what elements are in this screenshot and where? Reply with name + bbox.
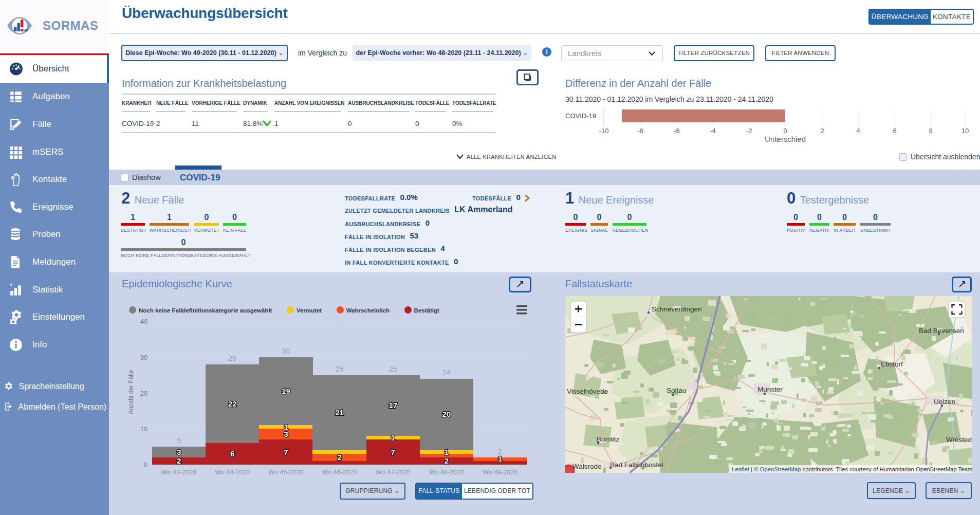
svg-text:19: 19 xyxy=(282,387,290,395)
svg-text:Bad Fallingbostel: Bad Fallingbostel xyxy=(610,461,663,469)
svg-text:21: 21 xyxy=(335,408,344,417)
svg-text:5: 5 xyxy=(177,436,181,445)
svg-text:Wrestedt: Wrestedt xyxy=(946,436,972,444)
svg-text:Uelzen: Uelzen xyxy=(934,398,955,406)
svg-text:2: 2 xyxy=(177,456,181,465)
svg-text:0: 0 xyxy=(783,127,787,135)
svg-text:Wo 44-2020: Wo 44-2020 xyxy=(215,469,250,476)
svg-text:7: 7 xyxy=(391,448,395,456)
svg-text:3: 3 xyxy=(284,430,288,438)
svg-text:2: 2 xyxy=(337,453,341,462)
svg-text:25: 25 xyxy=(389,365,397,373)
svg-text:7: 7 xyxy=(284,448,288,456)
svg-text:Leaflet | © OpenStreetMap cont: Leaflet | © OpenStreetMap contributors. … xyxy=(732,466,972,472)
svg-text:Soltau: Soltau xyxy=(667,387,686,394)
svg-text:Wo 48-2020: Wo 48-2020 xyxy=(429,469,464,476)
svg-text:Wo 47-2020: Wo 47-2020 xyxy=(376,469,411,476)
svg-text:30: 30 xyxy=(282,347,290,355)
svg-text:1: 1 xyxy=(391,433,395,442)
svg-text:4: 4 xyxy=(856,127,860,135)
svg-text:Wo 45-2020: Wo 45-2020 xyxy=(268,469,303,476)
svg-text:-2: -2 xyxy=(746,127,752,135)
svg-text:2: 2 xyxy=(820,127,824,135)
svg-text:10: 10 xyxy=(140,426,147,433)
svg-text:6: 6 xyxy=(893,127,896,135)
svg-text:22: 22 xyxy=(228,399,237,408)
svg-text:1: 1 xyxy=(445,448,449,456)
svg-text:-6: -6 xyxy=(674,127,680,135)
svg-text:10: 10 xyxy=(961,127,969,135)
svg-text:Wo 43-2020: Wo 43-2020 xyxy=(161,469,196,476)
svg-text:Wo 49-2020: Wo 49-2020 xyxy=(483,469,517,476)
svg-text:30: 30 xyxy=(140,354,147,361)
svg-text:Anzahl der Fälle: Anzahl der Fälle xyxy=(127,370,135,414)
svg-text:Munster: Munster xyxy=(757,385,783,393)
svg-text:-8: -8 xyxy=(637,127,643,135)
svg-text:6: 6 xyxy=(230,449,234,458)
svg-text:Walsrode: Walsrode xyxy=(572,463,602,470)
svg-text:17: 17 xyxy=(389,401,397,410)
svg-text:24: 24 xyxy=(442,369,451,377)
svg-text:25: 25 xyxy=(336,365,344,373)
svg-text:Unterschied: Unterschied xyxy=(765,135,806,143)
svg-text:-10: -10 xyxy=(599,127,609,135)
svg-text:40: 40 xyxy=(140,318,147,325)
svg-text:0: 0 xyxy=(144,462,147,469)
svg-text:2: 2 xyxy=(445,456,449,465)
svg-text:20: 20 xyxy=(140,390,147,397)
svg-text:20: 20 xyxy=(442,410,451,418)
svg-text:1: 1 xyxy=(498,454,502,463)
svg-text:Visselhövede: Visselhövede xyxy=(567,388,608,395)
svg-text:Bomlitz: Bomlitz xyxy=(597,435,620,443)
svg-text:28: 28 xyxy=(228,354,236,362)
svg-text:Schneverdingen: Schneverdingen xyxy=(652,305,702,313)
svg-text:Ebstorf: Ebstorf xyxy=(881,360,903,368)
svg-text:3: 3 xyxy=(177,448,181,456)
svg-text:Wo 46-2020: Wo 46-2020 xyxy=(322,469,357,476)
svg-text:Bad Bevensen: Bad Bevensen xyxy=(919,327,964,335)
svg-text:COVID-19: COVID-19 xyxy=(565,112,596,120)
svg-text:-4: -4 xyxy=(710,127,716,135)
svg-text:8: 8 xyxy=(929,127,932,135)
